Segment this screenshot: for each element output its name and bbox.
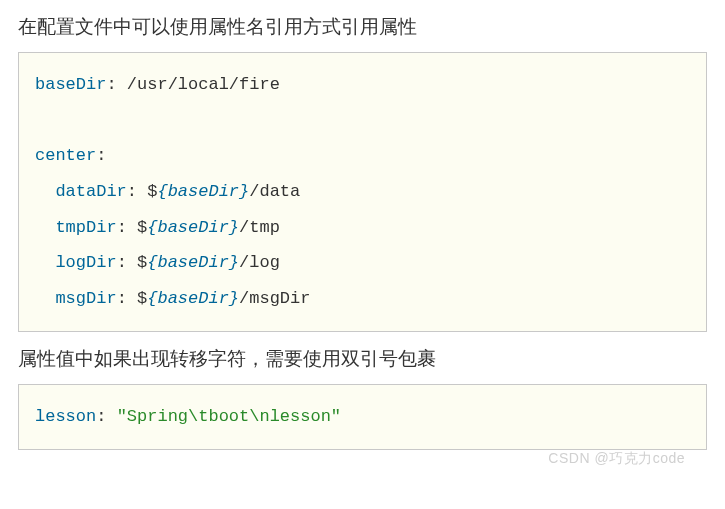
code-block-2: lesson: "Spring\tboot\nlesson"	[18, 384, 707, 450]
msgDir-post: /msgDir	[239, 289, 310, 308]
key-baseDir: baseDir	[35, 75, 106, 94]
msgDir-bind: {baseDir}	[147, 289, 239, 308]
lesson-str: "Spring\tboot\nlesson"	[117, 407, 341, 426]
dataDir-bind: {baseDir}	[157, 182, 249, 201]
dataDir-post: /data	[249, 182, 300, 201]
logDir-post: /log	[239, 253, 280, 272]
lesson-sep: :	[96, 407, 116, 426]
key-lesson: lesson	[35, 407, 96, 426]
logDir-pre: $	[127, 253, 147, 272]
key-dataDir: dataDir	[55, 182, 126, 201]
tmpDir-pre: $	[127, 218, 147, 237]
val-baseDir: /usr/local/fire	[117, 75, 280, 94]
msgDir-pre: $	[127, 289, 147, 308]
dataDir-pre: $	[137, 182, 157, 201]
tmpDir-bind: {baseDir}	[147, 218, 239, 237]
code-block-1: baseDir: /usr/local/fire center: dataDir…	[18, 52, 707, 332]
key-msgDir: msgDir	[55, 289, 116, 308]
section-description-2: 属性值中如果出现转移字符，需要使用双引号包裹	[18, 346, 707, 372]
tmpDir-post: /tmp	[239, 218, 280, 237]
section-description-1: 在配置文件中可以使用属性名引用方式引用属性	[18, 14, 707, 40]
watermark-text: CSDN @巧克力code	[18, 450, 707, 468]
key-logDir: logDir	[55, 253, 116, 272]
key-tmpDir: tmpDir	[55, 218, 116, 237]
logDir-bind: {baseDir}	[147, 253, 239, 272]
key-center: center	[35, 146, 96, 165]
